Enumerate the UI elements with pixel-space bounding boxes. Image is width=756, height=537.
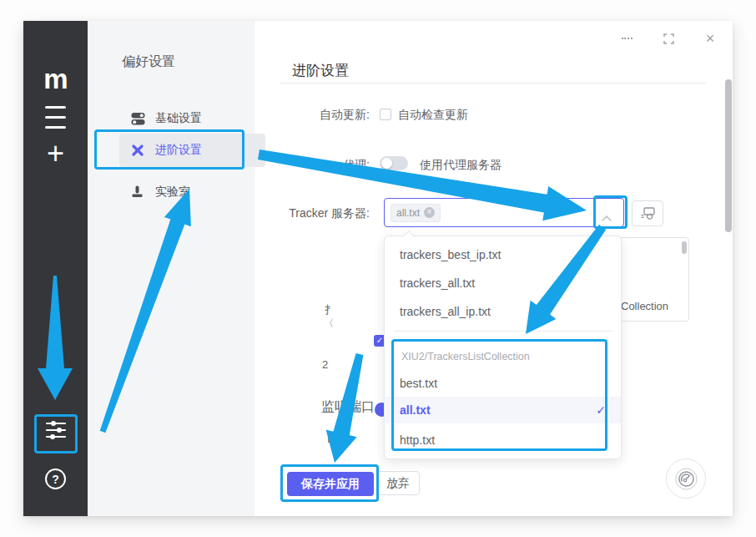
- task-list-icon[interactable]: [23, 102, 88, 132]
- speedometer-icon: [675, 468, 698, 490]
- tracker-label: Tracker 服务器:: [236, 206, 370, 221]
- close-button[interactable]: ×: [699, 28, 721, 49]
- toggles-icon: [131, 112, 145, 125]
- proxy-label: 代理:: [236, 158, 370, 173]
- obscured-desc-fragment: 〈: [324, 317, 334, 331]
- auto-update-label: 自动更新:: [236, 108, 370, 123]
- obscured-number: 2: [322, 358, 328, 371]
- close-icon: ×: [706, 30, 715, 48]
- dropdown-divider: [395, 331, 612, 332]
- minimize-button[interactable]: [616, 28, 638, 49]
- proxy-text: 使用代理服务器: [420, 158, 501, 173]
- obscured-collection-text: Collection: [621, 300, 668, 312]
- sync-trackers-button[interactable]: [632, 200, 663, 226]
- tracker-select[interactable]: all.txt ×: [384, 198, 624, 227]
- motrix-logo-icon: m: [43, 63, 67, 95]
- auto-update-checkbox-label: 自动检查更新: [398, 108, 468, 123]
- annotation-box-dropdown-group: [391, 339, 607, 451]
- dropdown-option[interactable]: trackers_all.txt: [386, 270, 621, 296]
- annotation-box-advanced-settings: [94, 129, 244, 170]
- lab-icon: [131, 185, 145, 199]
- tag-close-icon[interactable]: ×: [424, 207, 435, 218]
- textarea-scrollbar[interactable]: [682, 241, 687, 254]
- app-logo: m: [23, 63, 88, 95]
- tracker-tag-label: all.txt: [396, 207, 420, 219]
- maximize-icon: [663, 33, 674, 44]
- minimize-icon: [622, 38, 633, 39]
- sidebar-item-lab[interactable]: 实验室: [119, 175, 265, 209]
- title-divider: [280, 83, 706, 84]
- help-button[interactable]: ?: [23, 469, 88, 489]
- sidebar-item-label: 基础设置: [155, 111, 202, 126]
- sidebar-item-label: 实验室: [155, 185, 190, 200]
- app-window: m + ? 偏好设置: [23, 21, 733, 516]
- obscured-desc-fragment: 扌: [325, 302, 335, 317]
- page-title: 进阶设置: [292, 61, 349, 80]
- plus-icon: +: [47, 142, 64, 165]
- discard-button[interactable]: 放弃: [376, 471, 420, 495]
- obscured-letter: E: [327, 431, 336, 446]
- annotation-box-collapse-arrow: [593, 195, 627, 229]
- auto-update-checkbox[interactable]: [380, 109, 391, 120]
- sync-trackers-icon: [641, 207, 655, 220]
- preferences-panel: 偏好设置 基础设置 进阶设置: [88, 21, 255, 516]
- toggle-knob: [381, 158, 392, 169]
- dropdown-option[interactable]: trackers_best_ip.txt: [386, 241, 621, 268]
- speed-limit-button[interactable]: [666, 458, 706, 499]
- preferences-title: 偏好设置: [122, 53, 175, 71]
- proxy-toggle[interactable]: [380, 156, 408, 170]
- window-controls: ×: [616, 28, 721, 49]
- annotation-box-save-button: [280, 464, 379, 502]
- screen: m + ? 偏好设置: [0, 0, 756, 537]
- tracker-tag: all.txt ×: [391, 204, 441, 222]
- question-icon: ?: [45, 469, 66, 489]
- maximize-button[interactable]: [658, 28, 679, 49]
- dropdown-option[interactable]: trackers_all_ip.txt: [386, 298, 621, 325]
- annotation-box-preferences-icon: [34, 414, 78, 453]
- main-scrollbar[interactable]: [725, 79, 732, 232]
- listen-port-label: 监听端口: [321, 398, 375, 416]
- add-task-button[interactable]: +: [23, 142, 88, 165]
